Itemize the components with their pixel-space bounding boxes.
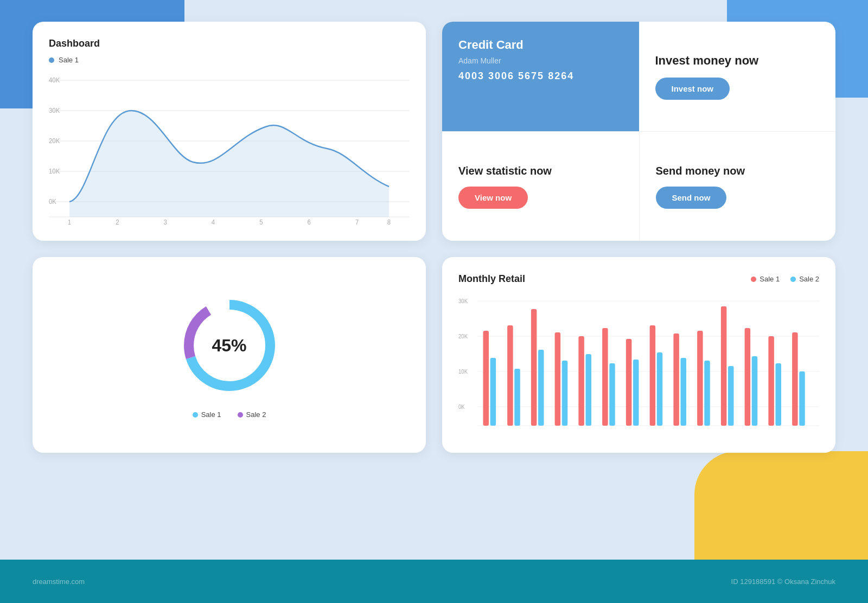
donut-sale1-legend: Sale 1 [193,410,221,419]
svg-text:10K: 10K [458,368,468,375]
bar-s2-12 [752,356,758,426]
bar-s2-11 [728,366,734,426]
bar-s2-2 [514,369,520,426]
svg-text:8: 8 [387,219,391,224]
svg-text:20K: 20K [458,333,468,339]
bar-s1-13 [768,336,774,426]
bar-chart-title: Monthly Retail [458,273,525,285]
donut-sale2-dot [238,412,243,418]
svg-text:7: 7 [355,219,359,224]
send-money-title: Send money now [656,164,820,178]
donut-legend: Sale 1 Sale 2 [193,410,266,419]
svg-text:6: 6 [308,219,311,224]
svg-text:1: 1 [68,219,71,224]
donut-chart-wrapper: 45% [175,291,284,400]
invest-section: Invest money now Invest now [639,22,836,131]
donut-sale1-label: Sale 1 [201,410,221,419]
bar-s2-3 [538,350,544,426]
sale1-dot [49,57,54,63]
view-now-button[interactable]: View now [458,187,528,209]
bar-chart-header: Monthly Retail Sale 1 Sale 2 [458,273,819,285]
donut-percent: 45% [212,336,246,356]
bar-s1-2 [507,325,513,426]
bar-s1-11 [721,306,727,426]
credit-card-title: Credit Card [458,38,623,52]
svg-text:30K: 30K [49,107,60,114]
credit-card-number: 4003 3006 5675 8264 [458,70,623,82]
send-money-section: Send money now Send now [639,131,836,241]
view-statistic-section: View statistic now View now [442,131,639,241]
svg-text:4: 4 [212,219,215,224]
invest-title: Invest money now [655,53,820,69]
bar-s1-1 [483,331,489,426]
svg-text:30K: 30K [458,298,468,304]
watermark-bar: dreamstime.com ID 129188591 © Oksana Zin… [0,560,868,603]
bar-s1-10 [697,331,703,426]
bar-sale1-label: Sale 1 [760,275,780,283]
credit-card-section: Credit Card Adam Muller 4003 3006 5675 8… [442,22,639,131]
svg-text:10K: 10K [49,168,60,175]
bar-sale2-legend: Sale 2 [790,275,819,283]
donut-sale2-legend: Sale 2 [238,410,266,419]
credit-card-holder: Adam Muller [458,56,623,65]
bar-s1-8 [650,325,656,426]
bar-s2-8 [657,352,663,426]
svg-text:0K: 0K [49,198,56,205]
bar-s2-5 [586,354,592,426]
watermark-left: dreamstime.com [33,578,85,586]
bar-s2-6 [609,363,615,426]
bar-s2-14 [799,371,805,426]
svg-text:2: 2 [116,219,119,224]
donut-sale2-label: Sale 2 [246,410,266,419]
dashboard-title: Dashboard [49,38,410,49]
bar-s1-7 [626,339,632,426]
bar-sale1-legend: Sale 1 [751,275,780,283]
bar-chart-svg: 30K 20K 10K 0K [458,296,819,437]
bar-sale2-dot [790,277,796,282]
dashboard-card: Dashboard Sale 1 40K 30K 20K 10K 0K [33,22,426,241]
line-chart-area: 40K 30K 20K 10K 0K 1 2 3 4 5 6 7 8 [49,73,410,224]
watermark-right: ID 129188591 © Oksana Zinchuk [731,578,835,586]
bar-s1-6 [602,328,608,426]
dashboard-legend: Sale 1 [49,56,410,64]
bar-sale1-dot [751,277,756,282]
bar-sale2-label: Sale 2 [799,275,819,283]
bar-s1-4 [555,332,561,426]
bar-s2-13 [776,363,782,426]
svg-text:5: 5 [259,219,263,224]
donut-chart-card: 45% Sale 1 Sale 2 [33,257,426,453]
bar-s1-12 [745,328,751,426]
donut-sale1-dot [193,412,198,418]
svg-text:0K: 0K [458,403,465,410]
line-chart-svg: 40K 30K 20K 10K 0K 1 2 3 4 5 6 7 8 [49,73,410,224]
bar-s1-5 [578,336,584,426]
bar-s2-9 [681,358,687,426]
bar-chart-card: Monthly Retail Sale 1 Sale 2 [442,257,835,453]
bar-chart-legend: Sale 1 Sale 2 [751,275,819,283]
bar-s1-9 [673,333,679,426]
bar-s1-14 [792,332,798,426]
svg-text:3: 3 [164,219,167,224]
view-statistic-title: View statistic now [458,164,623,178]
bar-s2-1 [490,358,496,426]
bar-s1-3 [531,309,537,426]
svg-text:20K: 20K [49,137,60,144]
invest-now-button[interactable]: Invest now [655,78,730,100]
right-panel-card: Credit Card Adam Muller 4003 3006 5675 8… [442,22,835,241]
sale1-label: Sale 1 [59,56,79,64]
svg-text:40K: 40K [49,76,60,84]
send-now-button[interactable]: Send now [656,187,727,209]
bar-chart-area: 30K 20K 10K 0K [458,296,819,437]
bar-s2-10 [704,361,710,426]
line-chart-fill [69,111,389,217]
bar-s2-4 [562,361,568,426]
bar-s2-7 [633,360,639,426]
